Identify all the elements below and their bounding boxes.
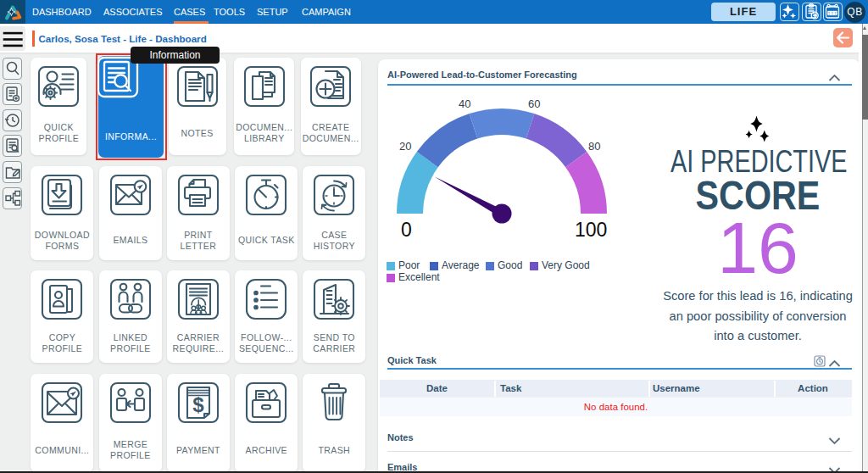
svg-text:$: $ (192, 393, 204, 416)
